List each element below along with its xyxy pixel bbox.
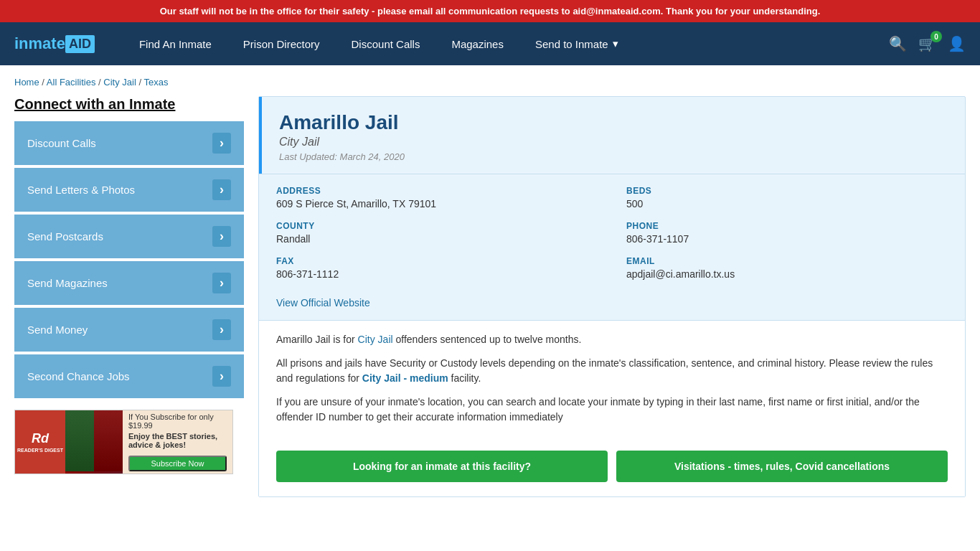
fax-label: FAX <box>276 256 598 266</box>
official-link-group: View Official Website <box>259 291 965 320</box>
facility-info: ADDRESS 609 S Pierce St, Amarillo, TX 79… <box>259 174 965 291</box>
beds-group: BEDS 500 <box>626 186 948 209</box>
breadcrumb-texas[interactable]: Texas <box>143 77 168 88</box>
phone-value: 806-371-1107 <box>626 233 689 245</box>
page-layout: Connect with an Inmate Discount Calls › … <box>14 96 966 497</box>
send-magazines-button[interactable]: Send Magazines › <box>14 261 244 305</box>
sidebar-title: Connect with an Inmate <box>14 96 244 113</box>
sidebar: Connect with an Inmate Discount Calls › … <box>14 96 244 497</box>
chevron-right-icon: › <box>212 273 231 293</box>
address-label: ADDRESS <box>276 186 598 196</box>
nav-magazines[interactable]: Magazines <box>435 22 519 65</box>
facility-last-updated: Last Updated: March 24, 2020 <box>279 151 948 162</box>
rd-logo: Rd <box>32 431 49 446</box>
facility-panel: Amarillo Jail City Jail Last Updated: Ma… <box>258 96 966 497</box>
logo-aid: AID <box>65 35 95 53</box>
ad-tagline: If You Subscribe for only $19.99 <box>128 413 227 430</box>
chevron-right-icon: › <box>212 133 231 154</box>
breadcrumb: Home / All Facilities / City Jail / Texa… <box>14 77 966 88</box>
logo-inmate: inmate <box>14 34 65 53</box>
nav-find-inmate[interactable]: Find An Inmate <box>123 22 227 65</box>
send-money-button[interactable]: Send Money › <box>14 308 244 352</box>
dropdown-arrow-icon: ▾ <box>613 37 618 50</box>
visitations-button[interactable]: Visitations - times, rules, Covid cancel… <box>616 451 948 482</box>
main-content: Home / All Facilities / City Jail / Texa… <box>0 65 980 551</box>
send-letters-button[interactable]: Send Letters & Photos › <box>14 168 244 212</box>
sidebar-ad[interactable]: Rd READER'S DIGEST If You Subscribe for … <box>14 410 233 474</box>
address-value: 609 S Pierce St, Amarillo, TX 79101 <box>276 198 436 209</box>
ad-desc: Enjoy the BEST stories, advice & jokes! <box>128 432 227 449</box>
official-website-link[interactable]: View Official Website <box>276 297 370 309</box>
email-label: EMAIL <box>626 256 948 266</box>
alert-banner: Our staff will not be in the office for … <box>0 0 980 22</box>
breadcrumb-home[interactable]: Home <box>14 77 39 88</box>
county-value: Randall <box>276 233 310 245</box>
fax-value: 806-371-1112 <box>276 268 339 280</box>
alert-text: Our staff will not be in the office for … <box>160 6 821 17</box>
city-jail-link-1[interactable]: City Jail <box>358 334 393 345</box>
action-buttons: Looking for an inmate at this facility? … <box>259 436 965 496</box>
rd-brand: READER'S DIGEST <box>17 448 63 453</box>
breadcrumb-city-jail[interactable]: City Jail <box>103 77 136 88</box>
find-inmate-button[interactable]: Looking for an inmate at this facility? <box>276 451 608 482</box>
nav-send-to-inmate[interactable]: Send to Inmate ▾ <box>519 22 634 65</box>
chevron-right-icon: › <box>212 366 231 387</box>
nav-discount-calls[interactable]: Discount Calls <box>336 22 436 65</box>
fax-group: FAX 806-371-1112 <box>276 256 598 280</box>
nav-prison-directory[interactable]: Prison Directory <box>227 22 336 65</box>
city-jail-medium-link[interactable]: City Jail - medium <box>362 372 448 384</box>
county-label: COUNTY <box>276 221 598 231</box>
desc-paragraph-1: Amarillo Jail is for City Jail offenders… <box>276 332 948 347</box>
discount-calls-button[interactable]: Discount Calls › <box>14 121 244 165</box>
breadcrumb-all-facilities[interactable]: All Facilities <box>47 77 96 88</box>
second-chance-jobs-button[interactable]: Second Chance Jobs › <box>14 354 244 398</box>
email-group: EMAIL apdjail@ci.amarillo.tx.us <box>626 256 948 280</box>
address-group: ADDRESS 609 S Pierce St, Amarillo, TX 79… <box>276 186 598 209</box>
desc-paragraph-3: If you are unsure of your inmate's locat… <box>276 395 948 425</box>
facility-name: Amarillo Jail <box>279 111 948 134</box>
beds-label: BEDS <box>626 186 948 196</box>
navigation: inmateAID Find An Inmate Prison Director… <box>0 22 980 65</box>
chevron-right-icon: › <box>212 179 231 200</box>
beds-value: 500 <box>626 198 643 209</box>
nav-icons: 🔍 🛒 0 👤 <box>889 35 966 52</box>
nav-links: Find An Inmate Prison Directory Discount… <box>123 22 889 65</box>
user-button[interactable]: 👤 <box>948 35 966 52</box>
chevron-right-icon: › <box>212 319 231 340</box>
subscribe-button[interactable]: Subscribe Now <box>128 456 227 471</box>
cart-button[interactable]: 🛒 0 <box>918 35 936 52</box>
cart-badge: 0 <box>930 31 942 42</box>
chevron-right-icon: › <box>212 226 231 247</box>
email-value: apdjail@ci.amarillo.tx.us <box>626 268 735 280</box>
phone-group: PHONE 806-371-1107 <box>626 221 948 245</box>
county-group: COUNTY Randall <box>276 221 598 245</box>
phone-label: PHONE <box>626 221 948 231</box>
logo[interactable]: inmateAID <box>14 34 95 53</box>
desc-paragraph-2: All prisons and jails have Security or C… <box>276 356 948 386</box>
search-button[interactable]: 🔍 <box>889 35 907 52</box>
facility-type: City Jail <box>279 136 948 149</box>
send-postcards-button[interactable]: Send Postcards › <box>14 215 244 258</box>
facility-header: Amarillo Jail City Jail Last Updated: Ma… <box>259 97 965 174</box>
facility-description: Amarillo Jail is for City Jail offenders… <box>259 320 965 436</box>
